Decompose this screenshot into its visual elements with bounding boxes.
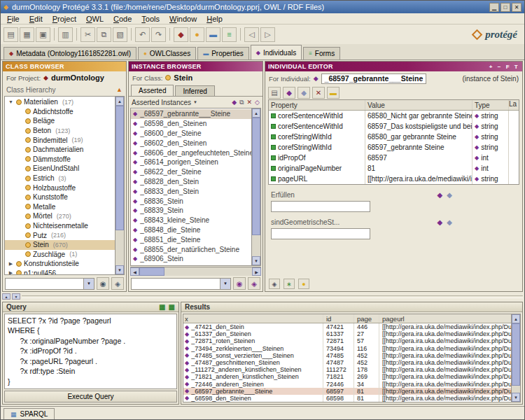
form-icon[interactable]: F [505, 64, 511, 70]
class-tree-item[interactable]: Nichteisenmetalle [5, 221, 115, 231]
class-tree-item[interactable]: Dachmaterialien [5, 145, 115, 155]
menu-file[interactable]: File [2, 15, 24, 23]
result-row[interactable]: ◆_72446_anderen_Steinen7244634[[http://g… [183, 381, 511, 388]
result-row[interactable]: ◆_68598_den_Steinen6859881[[http://gera.… [183, 395, 511, 402]
menu-window[interactable]: Window [164, 15, 202, 23]
property-row[interactable]: corefSentenceWithId68580_Nicht gar gebra… [269, 111, 519, 121]
scroll-up-icon[interactable]: ▲ [115, 97, 124, 106]
instance-item[interactable]: ◆_68906_Stein [131, 254, 251, 264]
close-button[interactable]: ✕ [512, 3, 522, 12]
minimize-button[interactable]: ▁ [489, 3, 499, 12]
scroll-down-icon[interactable]: ▼ [512, 393, 520, 402]
scroll-thumb[interactable] [139, 267, 164, 276]
splitter-groove[interactable] [22, 295, 523, 298]
delete-value-button[interactable]: ✕ [312, 87, 325, 99]
combo-arrow-icon[interactable]: ▼ [83, 279, 94, 289]
save-query-icon[interactable]: ▦ [159, 303, 165, 311]
copy-button[interactable]: ⧉ [97, 27, 111, 42]
execute-query-button[interactable]: Execute Query [4, 391, 177, 402]
redo-button[interactable]: ↷ [151, 27, 166, 42]
instance-item[interactable]: ◆_68614_porigen_Steinen [131, 158, 251, 167]
scroll-down-icon[interactable]: ▼ [252, 256, 260, 265]
remove-value-button[interactable]: ◆ [447, 191, 452, 199]
instance-item[interactable]: ◆_68622_der_Steine [131, 167, 251, 177]
menu-help[interactable]: Help [202, 15, 227, 23]
class-tree-item[interactable]: Beton(123) [5, 126, 115, 136]
view-instance-button[interactable]: ◇ [255, 99, 260, 106]
collapse-down-icon[interactable]: ▼ [12, 293, 20, 300]
instance-item[interactable]: ◆_68848_die_Steine [131, 225, 251, 235]
result-row[interactable]: ◆_47485_sonst_verzierten___Steinen474854… [183, 352, 511, 359]
result-row[interactable]: ◆_47421_den_Stein47421446[[http://gera.i… [183, 323, 511, 330]
class-tree-item[interactable]: Abdichtstoffe [5, 107, 115, 117]
instance-item[interactable]: ◆_68839_Stein [131, 206, 251, 216]
tab-owlclasses[interactable]: ●OWLClasses [138, 47, 196, 59]
individual-name-field[interactable]: _68597_gebrannte___Steine [321, 74, 427, 84]
build-archive-button[interactable]: ▥ [58, 27, 73, 42]
instance-item[interactable]: ◆_68833_den_Stein [131, 186, 251, 196]
paste-button[interactable]: ▧ [113, 27, 127, 42]
result-row[interactable]: ◆_68597_gebrannte___Steine6859781[[http:… [183, 388, 511, 395]
remove-value-button[interactable]: ◆ [447, 218, 452, 226]
column-header[interactable]: x [183, 314, 323, 323]
class-tree-item[interactable]: Putz(216) [5, 230, 115, 240]
scroll-down-icon[interactable]: ▼ [115, 265, 124, 274]
class-tree-item[interactable]: ▼Materialien(17) [5, 97, 115, 107]
properties-view-button[interactable]: ▬ [206, 27, 220, 42]
column-header[interactable]: La [509, 100, 519, 110]
result-row[interactable]: ◆_111272_anderen_künstlichen_Steinen1112… [183, 366, 511, 373]
create-instance-button[interactable]: ◆ [232, 99, 237, 106]
instance-item[interactable]: ◆_68602_den_Steinen [131, 138, 251, 148]
sort-arrow-icon[interactable]: ▼ [193, 100, 197, 104]
undo-button[interactable]: ↶ [135, 27, 150, 42]
cut-button[interactable]: ✂ [80, 27, 95, 42]
add-value-button[interactable]: ◆ [438, 191, 443, 199]
new-project-button[interactable]: ▤ [4, 27, 18, 42]
menu-tools[interactable]: Tools [136, 15, 164, 23]
sticky-note-button[interactable]: ▬ [327, 87, 340, 99]
result-row[interactable]: ◆_71821_anderen_künstlichen_Steinen71821… [183, 373, 511, 380]
tests-icon[interactable]: ∗ [284, 279, 295, 289]
menu-owl[interactable]: OWL [81, 15, 108, 23]
load-query-icon[interactable]: ▦ [169, 303, 175, 311]
scroll-right-icon[interactable]: ▶ [252, 267, 261, 276]
tab-asserted[interactable]: Asserted [131, 85, 174, 96]
field-input-sindgeometrischest[interactable] [271, 228, 370, 239]
menu-code[interactable]: Code [108, 15, 136, 23]
scroll-thumb[interactable] [252, 118, 260, 235]
property-row[interactable]: corefSentenceWithId68597_Das kostspielig… [269, 121, 519, 132]
class-tree-item[interactable]: Kunststoffe [5, 192, 115, 202]
query-editor[interactable]: SELECT ?x ?id ?page ?pageurl WHERE { ?x … [4, 314, 177, 389]
class-tree-item[interactable]: Estrich(3) [5, 174, 115, 183]
types-icon[interactable]: ◈ [269, 279, 280, 289]
column-header[interactable]: id [323, 314, 354, 323]
expander-icon[interactable]: ▶ [8, 270, 14, 274]
property-row[interactable]: originalPageNumber81◆int [269, 163, 519, 174]
find-instance-button[interactable]: ◉ [233, 277, 246, 290]
class-tree-item[interactable]: Zuschläge(1) [5, 250, 115, 260]
instance-item[interactable]: ◆_68600_der_Steine [131, 129, 251, 139]
copy-instance-button[interactable]: ⧉ [239, 99, 244, 106]
column-header[interactable]: page [354, 314, 379, 323]
instance-item[interactable]: ◆_68843_kleine_Steine [131, 216, 251, 225]
menu-edit[interactable]: Edit [24, 15, 48, 23]
type-icon[interactable]: T [513, 64, 519, 70]
class-tree-scrollbar[interactable]: ▲ ▼ [115, 97, 124, 274]
scroll-thumb[interactable] [512, 323, 520, 386]
class-filter-combobox[interactable]: ▼ [5, 278, 94, 290]
result-row[interactable]: ◆_61337_den_Steinen6133727[[http://gera.… [183, 330, 511, 337]
forward-button[interactable]: ▷ [260, 27, 275, 42]
add-reference-button[interactable]: ◆ [298, 87, 310, 99]
classes-view-button[interactable]: ● [190, 27, 204, 42]
tab-metadata-ontology1161852281-owl-[interactable]: ◆Metadata (Ontology1161852281.owl) [4, 47, 136, 59]
title-bar[interactable]: ◆ durmOntology Protégé 3.3.1 (file:/home… [1, 1, 524, 13]
find-class-button[interactable]: ◉ [97, 277, 109, 290]
instance-item[interactable]: ◆_68855_der_natürlichen_Steine [131, 244, 251, 254]
expander-icon[interactable]: ▼ [8, 99, 14, 104]
class-tree-item[interactable]: Beläge [5, 116, 115, 126]
instance-item[interactable]: ◆_68828_den_Stein [131, 177, 251, 187]
scroll-track[interactable] [115, 106, 124, 265]
tab-forms[interactable]: ≡Forms [303, 47, 340, 59]
results-scrollbar[interactable]: ▲ ▼ [511, 314, 520, 402]
field-input-erf-llen[interactable] [271, 201, 370, 212]
